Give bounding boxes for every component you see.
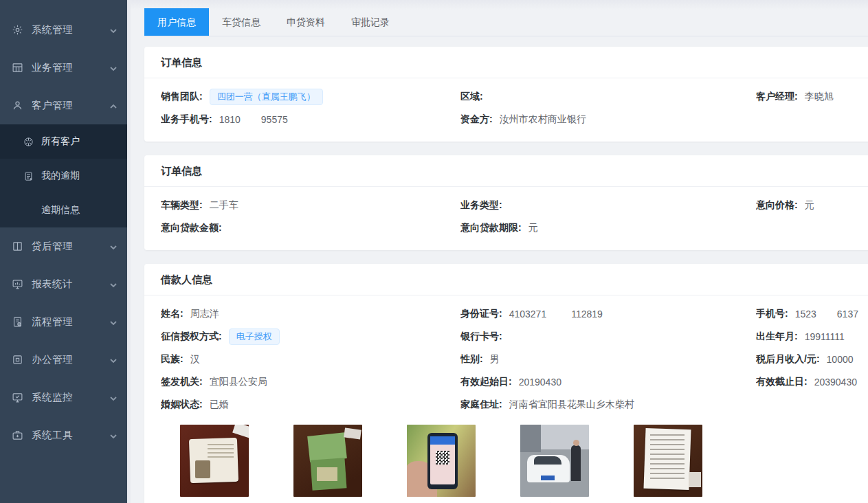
field-ethnicity: 民族: 汉 <box>161 348 460 370</box>
chevron-up-icon <box>109 102 118 110</box>
field-valid-to: 有效截止日: 20390430 <box>756 370 868 393</box>
field-issuing-authority: 签发机关: 宜阳县公安局 <box>161 370 460 393</box>
field-valid-from: 有效起始日: 20190430 <box>460 370 756 393</box>
tab-user-info[interactable]: 用户信息 <box>144 8 209 36</box>
sidebar-item-system-tools[interactable]: 系统工具 <box>0 416 127 454</box>
field-business-phone: 业务手机号: 181095575 <box>161 108 460 131</box>
field-region: 区域: <box>460 85 756 108</box>
borrower-info-card: 借款人信息 姓名: 周志洋 身份证号: 4103271112819 手机号: 1… <box>144 264 868 503</box>
field-account-manager: 客户经理: 李晓旭 <box>756 85 868 108</box>
photo-drivers-license[interactable] <box>293 425 362 497</box>
sidebar-item-system-mgmt[interactable]: 系统管理 <box>0 11 127 49</box>
workflow-icon <box>10 315 24 329</box>
gear-icon <box>10 23 24 37</box>
sidebar-item-process-mgmt[interactable]: 流程管理 <box>0 303 127 341</box>
tab-approval-records[interactable]: 审批记录 <box>338 8 403 36</box>
chevron-down-icon <box>109 356 118 364</box>
sidebar-item-label: 系统管理 <box>32 23 109 36</box>
sidebar-item-system-monitor[interactable]: 系统监控 <box>0 379 127 416</box>
field-id-number: 身份证号: 4103271112819 <box>460 302 756 325</box>
overdue-doc-icon <box>22 170 34 182</box>
field-mobile-phone: 手机号: 15236137 <box>756 302 868 325</box>
tab-car-loan-info[interactable]: 车贷信息 <box>209 8 274 36</box>
toolbox-icon <box>10 429 24 443</box>
field-monthly-income: 税后月收入/元: 10000 <box>756 348 868 370</box>
sidebar-item-my-overdue[interactable]: 我的逾期 <box>0 159 127 193</box>
document-photos: 身份证 驾驶证图片 征信截图 <box>180 425 868 503</box>
sidebar-item-customer-mgmt[interactable]: 客户管理 <box>0 87 127 124</box>
sidebar-item-label: 报表统计 <box>32 278 109 291</box>
monitor-check-icon <box>10 391 24 405</box>
sidebar-item-office-mgmt[interactable]: 办公管理 <box>0 341 127 379</box>
field-birth-date: 出生年月: 19911111 <box>756 325 868 348</box>
tab-loan-application-docs[interactable]: 申贷资料 <box>274 8 338 36</box>
field-marital-status: 婚姻状态: 已婚 <box>161 393 460 416</box>
sidebar-item-label: 业务管理 <box>32 61 109 74</box>
field-sales-team: 销售团队: 四团一营（直属王鹏飞） <box>161 85 460 108</box>
main-content: 用户信息 车贷信息 申贷资料 审批记录 订单信息 销售团队: 四团一营（直属王鹏… <box>127 0 868 503</box>
sales-team-tag[interactable]: 四团一营（直属王鹏飞） <box>210 89 323 105</box>
sidebar-item-label: 流程管理 <box>32 315 109 328</box>
sidebar-item-label: 系统工具 <box>32 429 109 442</box>
credit-auth-tag[interactable]: 电子授权 <box>229 328 280 345</box>
field-intent-price: 意向价格: 元 <box>756 194 868 216</box>
sidebar-item-label: 贷后管理 <box>32 240 109 253</box>
detail-tabs: 用户信息 车贷信息 申贷资料 审批记录 <box>144 8 868 36</box>
sidebar-item-overdue-info[interactable]: 逾期信息 <box>0 193 127 227</box>
photo-handwritten-document[interactable] <box>634 425 702 497</box>
field-business-type: 业务类型: <box>460 194 756 216</box>
redaction-patch <box>546 309 571 319</box>
redaction-patch <box>241 115 261 124</box>
chevron-down-icon <box>109 26 118 34</box>
order-info-card: 订单信息 销售团队: 四团一营（直属王鹏飞） 区域: 客户经理: 李晓旭 业务手… <box>144 47 868 142</box>
grid-icon <box>10 61 24 75</box>
field-name: 姓名: 周志洋 <box>161 302 460 325</box>
book-icon <box>10 240 24 254</box>
sidebar-item-report-stats[interactable]: 报表统计 <box>0 265 127 303</box>
photo-person-with-car[interactable] <box>520 425 589 497</box>
chevron-down-icon <box>109 243 118 251</box>
chevron-down-icon <box>109 280 118 289</box>
sidebar-item-label: 所有客户 <box>41 135 80 148</box>
sidebar-item-label: 我的逾期 <box>41 170 80 182</box>
sidebar-item-label: 客户管理 <box>32 99 109 112</box>
office-icon <box>10 353 24 367</box>
chevron-down-icon <box>109 318 118 326</box>
chevron-down-icon <box>109 64 118 72</box>
field-home-address: 家庭住址: 河南省宜阳县花果山乡木柴村 <box>460 393 756 416</box>
sidebar-item-label: 逾期信息 <box>41 204 80 216</box>
field-credit-auth: 征信授权方式: 电子授权 <box>161 325 460 348</box>
field-gender: 性别: 男 <box>460 348 756 370</box>
user-icon <box>10 99 24 113</box>
photo-id-card[interactable] <box>180 425 249 497</box>
sidebar-item-all-customers[interactable]: 所有客户 <box>0 124 127 159</box>
sidebar-item-label: 办公管理 <box>32 353 109 366</box>
field-funder: 资金方: 汝州市农村商业银行 <box>460 108 756 131</box>
chevron-down-icon <box>109 394 118 402</box>
loan-intent-card: 订单信息 车辆类型: 二手车 业务类型: 意向价格: 元 意向贷款金额: <box>144 155 868 250</box>
customers-icon <box>22 135 34 148</box>
card-title: 订单信息 <box>144 155 868 187</box>
sidebar-item-business-mgmt[interactable]: 业务管理 <box>0 49 127 87</box>
field-vehicle-type: 车辆类型: 二手车 <box>161 194 460 216</box>
field-bank-card: 银行卡号: <box>460 325 756 348</box>
customer-mgmt-submenu: 所有客户 我的逾期 逾期信息 <box>0 124 127 227</box>
sidebar-item-label: 系统监控 <box>32 391 109 404</box>
card-title: 借款人信息 <box>144 264 868 295</box>
card-title: 订单信息 <box>144 47 868 78</box>
photo-credit-screenshot[interactable] <box>407 425 476 497</box>
sidebar: 系统管理 业务管理 客户管理 所有客户 <box>0 0 127 503</box>
field-loan-amount: 意向贷款金额: <box>161 216 460 239</box>
chevron-down-icon <box>109 432 118 440</box>
field-loan-term: 意向贷款期限: 元 <box>460 216 756 239</box>
sidebar-item-postloan-mgmt[interactable]: 贷后管理 <box>0 227 127 265</box>
redaction-patch <box>816 309 837 319</box>
report-monitor-icon <box>10 278 24 291</box>
